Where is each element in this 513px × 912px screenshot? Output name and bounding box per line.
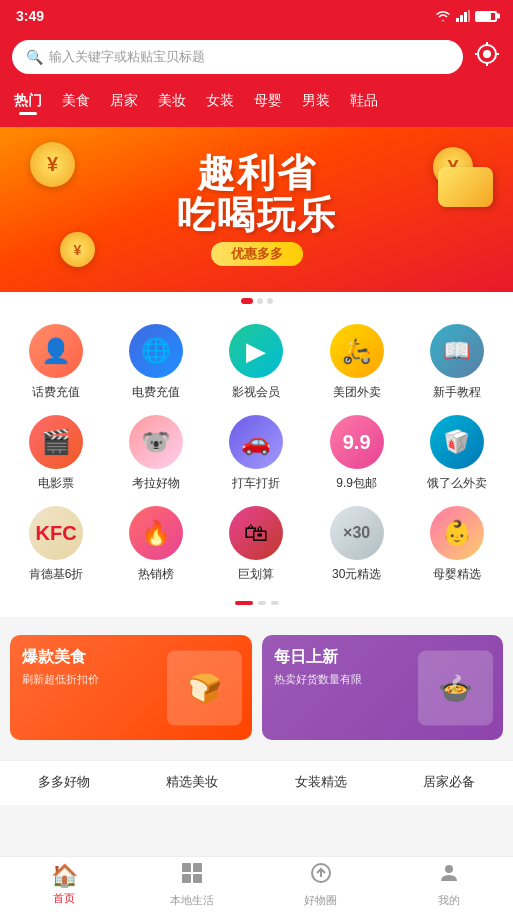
cat-tab-nvzhuang[interactable]: 女装精选: [257, 761, 385, 805]
banner-coin-1: ¥: [30, 142, 75, 187]
home-icon: 🏠: [51, 863, 78, 889]
icon-row-3: KFC 肯德基6折 🔥 热销榜 🛍 巨划算 ×30 30元精选 👶: [0, 502, 513, 587]
promo-card-meirong[interactable]: 每日上新 热卖好货数量有限 🍲: [262, 635, 504, 740]
local-icon: [180, 861, 204, 891]
icon-meituan: 🛵: [330, 324, 384, 378]
icon-xinshou: 📖: [430, 324, 484, 378]
svg-point-16: [445, 865, 453, 873]
wifi-icon: [435, 10, 451, 22]
svg-rect-3: [468, 10, 470, 22]
icon-item-meituan[interactable]: 🛵 美团外卖: [313, 324, 401, 401]
promo-img-left: 🍞: [167, 650, 242, 725]
battery-icon: [475, 11, 497, 22]
icon-item-kaola[interactable]: 🐨 考拉好物: [112, 415, 200, 492]
icon-99: 9.9: [330, 415, 384, 469]
nav-item-local[interactable]: 本地生活: [128, 857, 256, 912]
nav-item-home[interactable]: 🏠 首页: [0, 857, 128, 912]
mine-icon: [437, 861, 461, 891]
icon-kfc: KFC: [29, 506, 83, 560]
nav-tab-xuepin[interactable]: 鞋品: [340, 90, 388, 117]
svg-rect-10: [182, 863, 191, 872]
search-icon: 🔍: [26, 49, 43, 65]
icon-item-xinshou[interactable]: 📖 新手教程: [413, 324, 501, 401]
dot-3: [267, 298, 273, 304]
icon-item-ele[interactable]: 🥡 饿了么外卖: [413, 415, 501, 492]
banner-subtitle: 优惠多多: [211, 242, 303, 266]
nav-tab-jujia[interactable]: 居家: [100, 90, 148, 117]
icon-item-juhesuan[interactable]: 🛍 巨划算: [212, 506, 300, 583]
icon-30yuan: ×30: [330, 506, 384, 560]
dot-1: [241, 298, 253, 304]
icon-grid: 👤 话费充值 🌐 电费充值 ▶ 影视会员 🛵 美团外卖 📖 新: [0, 306, 513, 617]
icon-item-dache[interactable]: 🚗 打车打折: [212, 415, 300, 492]
banner-title-2: 吃喝玩乐: [177, 195, 337, 237]
icon-ele: 🥡: [430, 415, 484, 469]
promo-row: 爆款美食 刷新超低折扣价 🍞 每日上新 热卖好货数量有限 🍲: [10, 635, 503, 740]
status-bar: 3:49: [0, 0, 513, 32]
svg-rect-2: [464, 12, 467, 22]
icon-item-30yuan[interactable]: ×30 30元精选: [313, 506, 401, 583]
scan-icon[interactable]: [473, 40, 501, 74]
dot-2: [257, 298, 263, 304]
signal-icon: [456, 10, 470, 22]
page-dot-1: [235, 601, 253, 605]
icon-dache: 🚗: [229, 415, 283, 469]
nav-tab-meishi[interactable]: 美食: [52, 90, 100, 117]
banner-dots: [0, 292, 513, 306]
banner-content: 趣利省 吃喝玩乐 优惠多多: [177, 153, 337, 267]
nav-tab-meizhuang[interactable]: 美妆: [148, 90, 196, 117]
nav-item-mine[interactable]: 我的: [385, 857, 513, 912]
icon-row-2: 🎬 电影票 🐨 考拉好物 🚗 打车打折 9.9 9.9包邮 🥡: [0, 411, 513, 496]
icon-rexiao: 🔥: [129, 506, 183, 560]
nav-tab-remen[interactable]: 热门: [4, 90, 52, 117]
icon-row-1: 👤 话费充值 🌐 电费充值 ▶ 影视会员 🛵 美团外卖 📖 新: [0, 320, 513, 405]
banner-title-1: 趣利省: [177, 153, 337, 195]
nav-item-circle[interactable]: 好物圈: [257, 857, 385, 912]
page-dots: [0, 593, 513, 609]
icon-item-kfc[interactable]: KFC 肯德基6折: [12, 506, 100, 583]
cat-tab-jujia[interactable]: 居家必备: [385, 761, 513, 805]
page-dot-3: [271, 601, 279, 605]
icon-item-dianhui[interactable]: 🌐 电费充值: [112, 324, 200, 401]
header: 🔍 输入关键字或粘贴宝贝标题: [0, 32, 513, 84]
icon-huafei: 👤: [29, 324, 83, 378]
nav-label-local: 本地生活: [170, 893, 214, 908]
icon-item-rexiao[interactable]: 🔥 热销榜: [112, 506, 200, 583]
svg-point-5: [483, 50, 491, 58]
svg-rect-13: [193, 874, 202, 883]
promo-card-meishi[interactable]: 爆款美食 刷新超低折扣价 🍞: [10, 635, 252, 740]
svg-rect-11: [193, 863, 202, 872]
icon-item-dianyingpiao[interactable]: 🎬 电影票: [12, 415, 100, 492]
icon-dianyingpiao: 🎬: [29, 415, 83, 469]
page-dot-2: [258, 601, 266, 605]
nav-label-circle: 好物圈: [304, 893, 337, 908]
search-row: 🔍 输入关键字或粘贴宝贝标题: [12, 40, 501, 74]
search-placeholder: 输入关键字或粘贴宝贝标题: [49, 48, 205, 66]
icon-juhesuan: 🛍: [229, 506, 283, 560]
status-icons: [435, 10, 497, 22]
search-bar[interactable]: 🔍 输入关键字或粘贴宝贝标题: [12, 40, 463, 74]
icon-dianhui: 🌐: [129, 324, 183, 378]
cat-tab-meizhuang[interactable]: 精选美妆: [128, 761, 256, 805]
promo-img-right: 🍲: [418, 650, 493, 725]
icon-kaola: 🐨: [129, 415, 183, 469]
divider-1: [0, 617, 513, 625]
svg-rect-0: [456, 18, 459, 22]
circle-icon: [309, 861, 333, 891]
category-tabs: 多多好物 精选美妆 女装精选 居家必备: [0, 760, 513, 805]
banner[interactable]: ¥ ¥ ¥ 趣利省 吃喝玩乐 优惠多多: [0, 127, 513, 292]
icon-item-muying[interactable]: 👶 母婴精选: [413, 506, 501, 583]
cat-tab-duoduo[interactable]: 多多好物: [0, 761, 128, 805]
icon-yingshi: ▶: [229, 324, 283, 378]
icon-item-huafei[interactable]: 👤 话费充值: [12, 324, 100, 401]
icon-muying: 👶: [430, 506, 484, 560]
icon-item-yingshi[interactable]: ▶ 影视会员: [212, 324, 300, 401]
nav-tab-nvzhuang[interactable]: 女装: [196, 90, 244, 117]
nav-label-mine: 我的: [438, 893, 460, 908]
nav-tab-nanzhuang[interactable]: 男装: [292, 90, 340, 117]
svg-rect-1: [460, 15, 463, 22]
bottom-nav: 🏠 首页 本地生活 好物圈: [0, 856, 513, 912]
nav-tab-muying[interactable]: 母婴: [244, 90, 292, 117]
nav-label-home: 首页: [53, 891, 75, 906]
icon-item-99[interactable]: 9.9 9.9包邮: [313, 415, 401, 492]
